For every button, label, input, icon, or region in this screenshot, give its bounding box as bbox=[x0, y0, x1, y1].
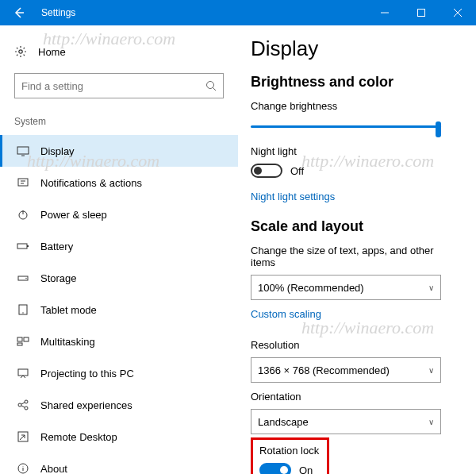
maximize-icon bbox=[417, 9, 425, 17]
toggle-knob bbox=[280, 466, 288, 474]
svg-point-18 bbox=[25, 407, 28, 410]
sidebar-item-notifications[interactable]: Notifications & actions bbox=[0, 167, 238, 198]
svg-rect-0 bbox=[418, 10, 425, 17]
sidebar-nav: Display Notifications & actions Power & … bbox=[0, 135, 238, 474]
minimize-icon bbox=[381, 9, 389, 17]
chevron-down-icon: ∨ bbox=[428, 418, 434, 426]
power-icon bbox=[17, 208, 29, 221]
chevron-down-icon: ∨ bbox=[428, 283, 434, 292]
sidebar-item-label: Shared experiences bbox=[40, 399, 132, 411]
slider-track bbox=[251, 125, 441, 128]
close-icon bbox=[454, 9, 462, 17]
close-button[interactable] bbox=[440, 0, 476, 25]
svg-rect-13 bbox=[24, 337, 29, 341]
resolution-value: 1366 × 768 (Recommended) bbox=[258, 364, 390, 376]
about-icon bbox=[17, 462, 29, 474]
window-titlebar: Settings bbox=[0, 0, 476, 25]
nightlight-settings-link[interactable]: Night light settings bbox=[251, 191, 335, 202]
svg-rect-12 bbox=[17, 337, 22, 341]
tablet-icon bbox=[17, 303, 29, 316]
nightlight-toggle[interactable] bbox=[251, 164, 282, 178]
sidebar-item-projecting[interactable]: Projecting to this PC bbox=[0, 357, 238, 389]
gear-icon bbox=[14, 45, 27, 58]
brightness-label: Change brightness bbox=[251, 100, 459, 112]
sidebar-item-label: Display bbox=[40, 145, 75, 157]
orientation-value: Landscape bbox=[258, 416, 309, 428]
svg-rect-15 bbox=[18, 369, 28, 376]
sidebar-item-label: Storage bbox=[40, 272, 77, 284]
svg-point-16 bbox=[18, 403, 21, 407]
main-content: Display Brightness and color Change brig… bbox=[238, 25, 476, 474]
rotation-lock-label: Rotation lock bbox=[259, 445, 319, 457]
home-button[interactable]: Home bbox=[14, 37, 224, 67]
scale-select[interactable]: 100% (Recommended) ∨ bbox=[251, 275, 441, 300]
sidebar-item-storage[interactable]: Storage bbox=[0, 262, 238, 294]
sidebar-section-label: System bbox=[14, 116, 224, 127]
svg-point-2 bbox=[207, 82, 214, 89]
sidebar-item-label: Projecting to this PC bbox=[40, 368, 134, 380]
section-scale-heading: Scale and layout bbox=[251, 218, 459, 235]
storage-icon bbox=[17, 272, 29, 284]
rotation-lock-state: On bbox=[299, 464, 313, 475]
resolution-label: Resolution bbox=[251, 339, 459, 351]
sidebar-item-label: Battery bbox=[40, 241, 73, 252]
sidebar-item-label: Tablet mode bbox=[40, 304, 97, 316]
home-label: Home bbox=[38, 46, 66, 58]
svg-rect-4 bbox=[18, 179, 28, 186]
svg-rect-3 bbox=[17, 147, 29, 154]
rotation-lock-highlight: Rotation lock On bbox=[251, 437, 329, 474]
arrow-left-icon bbox=[13, 6, 25, 19]
shared-icon bbox=[17, 399, 29, 411]
sidebar-item-label: Notifications & actions bbox=[40, 177, 142, 189]
back-button[interactable] bbox=[0, 0, 38, 25]
svg-rect-6 bbox=[17, 244, 27, 249]
sidebar-item-display[interactable]: Display bbox=[0, 135, 238, 167]
svg-point-11 bbox=[22, 312, 23, 313]
toggle-knob bbox=[254, 167, 262, 175]
sidebar-item-remote[interactable]: Remote Desktop bbox=[0, 421, 238, 453]
projecting-icon bbox=[17, 367, 29, 380]
sidebar-item-shared[interactable]: Shared experiences bbox=[0, 389, 238, 421]
sidebar-item-tablet[interactable]: Tablet mode bbox=[0, 294, 238, 326]
search-box[interactable] bbox=[14, 73, 224, 98]
scale-label: Change the size of text, apps, and other… bbox=[251, 245, 459, 268]
svg-point-1 bbox=[19, 50, 22, 53]
notifications-icon bbox=[17, 176, 29, 189]
display-icon bbox=[17, 145, 29, 157]
page-title: Display bbox=[251, 37, 459, 61]
resolution-select[interactable]: 1366 × 768 (Recommended) ∨ bbox=[251, 357, 441, 383]
sidebar-item-multitasking[interactable]: Multitasking bbox=[0, 326, 238, 357]
sidebar-item-power[interactable]: Power & sleep bbox=[0, 198, 238, 230]
chevron-down-icon: ∨ bbox=[428, 366, 434, 375]
orientation-select[interactable]: Landscape ∨ bbox=[251, 409, 441, 434]
svg-rect-7 bbox=[27, 245, 29, 247]
sidebar-item-label: Power & sleep bbox=[40, 209, 107, 221]
sidebar-item-label: Multitasking bbox=[40, 336, 95, 348]
search-input[interactable] bbox=[21, 80, 205, 92]
sidebar-item-battery[interactable]: Battery bbox=[0, 230, 238, 262]
slider-thumb[interactable] bbox=[436, 121, 441, 137]
svg-rect-14 bbox=[17, 343, 22, 345]
svg-point-9 bbox=[25, 278, 26, 279]
multitasking-icon bbox=[17, 335, 29, 348]
sidebar: Home System Display Notifications & acti… bbox=[0, 25, 238, 474]
search-icon bbox=[205, 80, 217, 91]
rotation-lock-toggle[interactable] bbox=[259, 463, 291, 474]
minimize-button[interactable] bbox=[367, 0, 403, 25]
sidebar-item-about[interactable]: About bbox=[0, 453, 238, 474]
remote-icon bbox=[17, 430, 29, 443]
brightness-slider[interactable] bbox=[251, 118, 441, 136]
section-brightness-heading: Brightness and color bbox=[251, 74, 459, 91]
orientation-label: Orientation bbox=[251, 391, 459, 403]
nightlight-label: Night light bbox=[251, 145, 459, 157]
battery-icon bbox=[17, 240, 29, 252]
window-title: Settings bbox=[38, 7, 367, 18]
svg-point-17 bbox=[25, 400, 28, 403]
sidebar-item-label: About bbox=[40, 463, 67, 475]
scale-value: 100% (Recommended) bbox=[258, 282, 364, 294]
nightlight-state: Off bbox=[290, 165, 304, 177]
maximize-button[interactable] bbox=[403, 0, 440, 25]
custom-scaling-link[interactable]: Custom scaling bbox=[251, 308, 321, 320]
sidebar-item-label: Remote Desktop bbox=[40, 431, 117, 443]
